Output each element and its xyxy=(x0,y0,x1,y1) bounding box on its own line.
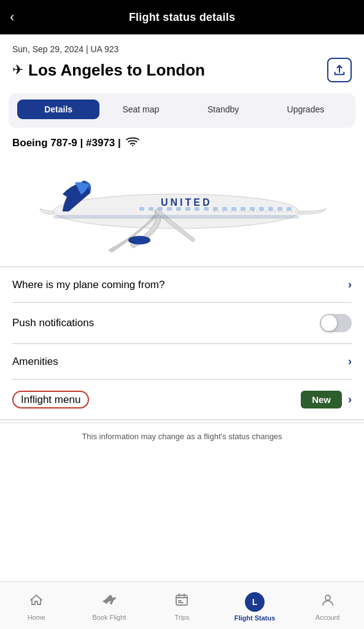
push-notifications-right xyxy=(320,314,352,332)
svg-rect-23 xyxy=(287,207,292,211)
home-icon xyxy=(29,593,44,611)
aircraft-svg: UNITED xyxy=(35,159,330,254)
svg-rect-7 xyxy=(139,207,144,211)
svg-rect-8 xyxy=(149,207,153,211)
trips-icon xyxy=(174,593,189,611)
inflight-circle: Inflight menu xyxy=(12,391,89,408)
nav-home-label: Home xyxy=(28,614,45,621)
nav-book-flight-label: Book Flight xyxy=(92,614,126,621)
tab-standby[interactable]: Standby xyxy=(182,100,265,119)
amenities-row[interactable]: Amenities › xyxy=(0,344,364,379)
svg-rect-18 xyxy=(241,207,246,211)
nav-book-flight[interactable]: Book Flight xyxy=(73,582,146,629)
svg-rect-26 xyxy=(176,595,187,605)
nav-flight-status-label: Flight Status xyxy=(234,614,276,622)
tab-upgrades[interactable]: Upgrades xyxy=(265,100,347,119)
app-header: ‹ Flight status details xyxy=(0,0,364,34)
nav-home[interactable]: Home xyxy=(0,582,73,629)
flight-status-icon: L xyxy=(245,592,265,612)
svg-rect-17 xyxy=(231,207,236,211)
svg-rect-6 xyxy=(53,215,299,219)
svg-rect-20 xyxy=(259,207,264,211)
push-notifications-label: Push notifications xyxy=(12,317,94,329)
share-button[interactable] xyxy=(327,58,352,82)
nav-account-label: Account xyxy=(316,614,340,621)
nav-trips[interactable]: Trips xyxy=(145,582,219,629)
inflight-menu-row[interactable]: Inflight menu New › xyxy=(0,380,364,420)
push-notifications-toggle[interactable] xyxy=(320,314,352,332)
plane-image: UNITED xyxy=(0,153,364,267)
svg-rect-21 xyxy=(268,207,273,211)
svg-point-1 xyxy=(132,145,133,146)
footer-note: This information may change as a flight'… xyxy=(0,423,364,450)
aircraft-text: Boeing 787-9 | #3973 | xyxy=(12,137,121,149)
svg-text:UNITED: UNITED xyxy=(161,197,212,208)
svg-point-32 xyxy=(325,595,330,600)
tabs-bar: Details Seat map Standby Upgrades xyxy=(9,93,355,128)
wifi-icon xyxy=(126,136,139,149)
flight-info-section: Sun, Sep 29, 2024 | UA 923 ✈ Los Angeles… xyxy=(0,34,364,88)
amenities-chevron-icon: › xyxy=(348,355,352,368)
back-button[interactable]: ‹ xyxy=(10,9,14,25)
svg-rect-16 xyxy=(222,207,227,211)
svg-rect-22 xyxy=(277,207,282,211)
inflight-right: New › xyxy=(301,391,352,408)
flight-date: Sun, Sep 29, 2024 | UA 923 xyxy=(12,44,352,54)
nav-flight-status[interactable]: L Flight Status xyxy=(219,582,292,629)
header-title: Flight status details xyxy=(129,11,235,24)
svg-rect-19 xyxy=(250,207,255,211)
account-icon xyxy=(320,593,335,611)
book-flight-icon xyxy=(101,593,117,611)
flight-status-circle: L xyxy=(245,592,265,612)
divider-bottom xyxy=(0,420,364,420)
inflight-label-wrap: Inflight menu xyxy=(12,394,89,406)
nav-trips-label: Trips xyxy=(174,614,189,621)
bottom-navigation: Home Book Flight Trips L Flight xyxy=(0,581,364,629)
new-badge: New xyxy=(301,391,342,408)
amenities-right: › xyxy=(348,355,352,368)
svg-rect-5 xyxy=(130,238,147,243)
tab-seat-map[interactable]: Seat map xyxy=(99,100,182,119)
nav-account[interactable]: Account xyxy=(291,582,364,629)
toggle-knob xyxy=(321,315,337,331)
chevron-icon: › xyxy=(348,278,352,291)
svg-rect-15 xyxy=(213,207,218,211)
plane-icon: ✈ xyxy=(12,62,23,78)
inflight-chevron-icon: › xyxy=(348,393,352,406)
where-plane-right: › xyxy=(348,278,352,291)
aircraft-info: Boeing 787-9 | #3973 | xyxy=(0,136,364,153)
flight-route-text: Los Angeles to London xyxy=(28,61,205,80)
inflight-menu-label: Inflight menu xyxy=(21,394,80,405)
amenities-label: Amenities xyxy=(12,356,58,368)
tab-details[interactable]: Details xyxy=(17,100,99,119)
where-plane-row[interactable]: Where is my plane coming from? › xyxy=(0,267,364,302)
where-plane-label: Where is my plane coming from? xyxy=(12,279,165,291)
push-notifications-row[interactable]: Push notifications xyxy=(0,303,364,343)
flight-route: ✈ Los Angeles to London xyxy=(12,61,205,80)
